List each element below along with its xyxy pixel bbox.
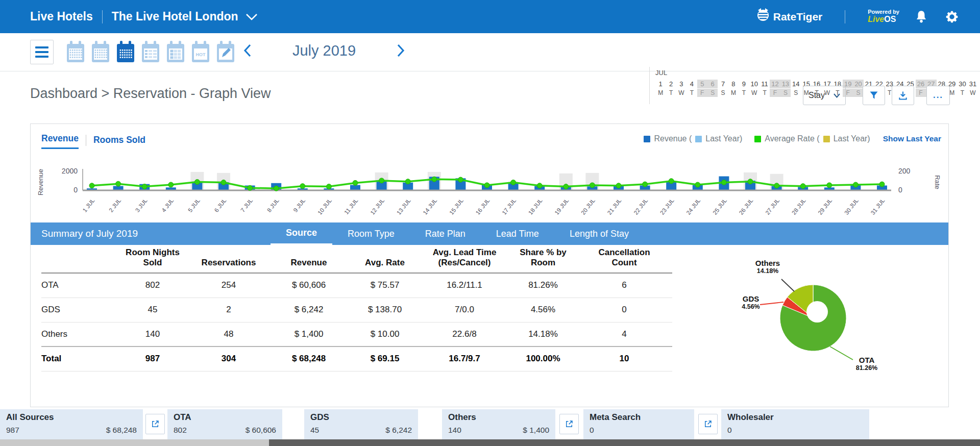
donut-label-ota: OTA81.26%	[844, 356, 890, 372]
settings-gear-icon[interactable]	[943, 8, 961, 26]
svg-text:12 JUL: 12 JUL	[369, 197, 385, 216]
svg-text:200: 200	[898, 167, 911, 175]
svg-text:14 JUL: 14 JUL	[422, 197, 438, 216]
summary-tab-source[interactable]: Source	[271, 222, 332, 245]
svg-text:26 JUL: 26 JUL	[738, 197, 754, 216]
source-card-others[interactable]: Others 140 $ 1,400	[442, 409, 555, 439]
summary-tab-room-type[interactable]: Room Type	[332, 222, 410, 245]
svg-text:17 JUL: 17 JUL	[501, 197, 517, 216]
calendar-edit-icon[interactable]	[215, 40, 236, 64]
header-right-cluster: RateTiger Powered by LiveOS	[756, 0, 961, 33]
svg-text:10 JUL: 10 JUL	[316, 197, 333, 216]
card-title: GDS	[310, 412, 412, 423]
breadcrumb: Dashboard > Reservation - Graph View	[30, 86, 271, 102]
calendar-table-icon[interactable]	[165, 40, 186, 64]
source-card-gds[interactable]: GDS 45 $ 6,242	[304, 409, 418, 439]
scrollbar-thumb[interactable]	[269, 439, 980, 446]
download-button[interactable]	[892, 86, 914, 105]
filter-funnel-icon	[869, 90, 879, 101]
donut-label-others: Others14.18%	[745, 259, 791, 275]
svg-text:30 JUL: 30 JUL	[843, 197, 860, 216]
legend-revenue-label: Revenue (	[654, 134, 692, 143]
svg-text:29 JUL: 29 JUL	[817, 197, 833, 216]
table-cell: 0	[576, 305, 672, 315]
table-cell: 987	[115, 354, 190, 364]
card-count: 0	[727, 426, 732, 435]
calendar-dots-icon[interactable]	[65, 40, 86, 64]
export-icon	[703, 419, 713, 429]
source-card-ota[interactable]: OTA 802 $ 60,606	[167, 409, 282, 439]
table-cell: 140	[115, 329, 190, 339]
table-cell: $ 69.15	[351, 354, 419, 364]
tab-separator	[86, 135, 86, 146]
tab-revenue[interactable]: Revenue	[41, 133, 79, 149]
summary-tab-rate-plan[interactable]: Rate Plan	[410, 222, 481, 245]
svg-text:16 JUL: 16 JUL	[475, 197, 491, 216]
table-cell: $ 75.57	[351, 280, 419, 290]
tiger-icon	[756, 8, 770, 25]
liveos-os: OS	[884, 15, 896, 23]
calendar-list-icon[interactable]	[140, 40, 161, 64]
table-row-others: Others14048$ 1,400$ 10.0022.6/814.18%4	[41, 323, 672, 347]
hotel-name: The Live Hotel London	[112, 10, 238, 23]
ratetiger-text: RateTiger	[773, 11, 822, 23]
svg-text:Rate: Rate	[934, 175, 941, 189]
filter-button[interactable]	[863, 86, 885, 105]
table-cell: $ 60,606	[267, 280, 351, 290]
card-amount: $ 60,606	[246, 426, 276, 435]
chevron-down-icon	[246, 10, 258, 23]
row-label: Others	[41, 329, 115, 339]
table-cell: 6	[576, 280, 672, 290]
card-amount: $ 1,400	[523, 426, 549, 435]
export-button[interactable]	[145, 414, 165, 434]
more-options-button[interactable]: ...	[926, 86, 950, 105]
calendar-active-icon[interactable]	[115, 40, 136, 64]
export-button[interactable]	[698, 414, 718, 434]
legend-swatch-revenue	[644, 136, 650, 142]
card-title: Wholesaler	[727, 412, 863, 423]
source-card-wholesaler[interactable]: Wholesaler 0	[721, 409, 869, 439]
column-header: Room NightsSold	[115, 247, 190, 268]
svg-text:3 JUL: 3 JUL	[134, 197, 149, 213]
revenue-chart: Revenue200001 JUL2 JUL3 JUL4 JUL5 JUL6 J…	[35, 151, 945, 222]
top-header: Live Hotels The Live Hotel London	[0, 0, 980, 33]
row-label: OTA	[41, 280, 115, 290]
summary-tab-lead-time[interactable]: Lead Time	[481, 222, 554, 245]
svg-text:22 JUL: 22 JUL	[632, 197, 649, 216]
export-button[interactable]	[559, 414, 579, 434]
source-card-all-sources[interactable]: All Sources 987 $ 68,248	[0, 409, 143, 439]
row-label: Total	[41, 354, 115, 364]
svg-text:28 JUL: 28 JUL	[791, 197, 807, 216]
next-month-icon[interactable]	[393, 40, 408, 61]
tab-rooms-sold[interactable]: Rooms Sold	[93, 135, 145, 149]
svg-text:11 JUL: 11 JUL	[343, 197, 359, 215]
stay-dropdown-value: Stay	[808, 91, 825, 100]
table-row-total: Total987304$ 68,248$ 69.1516.7/9.7100.00…	[41, 347, 672, 371]
source-card-meta-search[interactable]: Meta Search 0	[583, 409, 694, 439]
svg-text:19 JUL: 19 JUL	[553, 197, 570, 216]
calendar-hot-icon[interactable]: HOT	[190, 40, 211, 64]
previous-month-icon[interactable]	[240, 40, 255, 61]
chart-tabs: Revenue Rooms Sold	[41, 133, 145, 149]
source-share-donut: Others14.18% GDS4.56% OTA81.26%	[730, 256, 935, 388]
card-title: OTA	[174, 412, 276, 423]
card-amount: $ 68,248	[106, 426, 137, 435]
svg-text:0: 0	[898, 186, 902, 194]
calendar-dense-icon[interactable]	[90, 40, 111, 64]
notifications-bell-icon[interactable]	[913, 8, 930, 26]
horizontal-scrollbar[interactable]	[0, 439, 980, 446]
card-amount: $ 6,242	[385, 426, 412, 435]
svg-text:5 JUL: 5 JUL	[187, 197, 201, 213]
stay-dropdown[interactable]: Stay	[803, 86, 846, 105]
legend-revenue-ly-label: Last Year)	[705, 134, 742, 143]
menu-hamburger-icon[interactable]	[30, 40, 54, 64]
table-cell: 802	[115, 280, 190, 290]
row-label: GDS	[41, 305, 115, 315]
download-icon	[898, 90, 908, 101]
summary-tab-length-of-stay[interactable]: Length of Stay	[554, 222, 644, 245]
summary-table: Room NightsSoldReservationsRevenueAvg. R…	[41, 247, 672, 371]
hotel-selector[interactable]: The Live Hotel London	[112, 10, 258, 23]
show-last-year-link[interactable]: Show Last Year	[883, 134, 941, 143]
legend-rate-label: Average Rate (	[765, 134, 819, 143]
svg-text:23 JUL: 23 JUL	[659, 197, 675, 216]
